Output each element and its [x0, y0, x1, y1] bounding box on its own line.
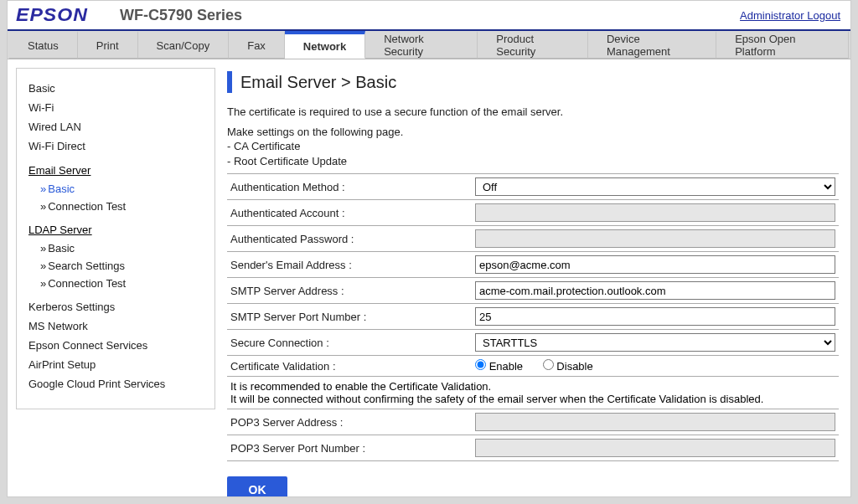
title-accent-bar [227, 71, 232, 93]
sidebar-basic[interactable]: Basic [28, 79, 203, 98]
sidebar-ldap-search[interactable]: Search Settings [28, 257, 203, 275]
sidebar-ms-network[interactable]: MS Network [28, 316, 203, 336]
sidebar-email-server-group[interactable]: Email Server [28, 161, 203, 180]
tab-scancopy[interactable]: Scan/Copy [138, 31, 230, 59]
radio-cert-disable-label[interactable]: Disable [543, 360, 593, 373]
sidebar-airprint[interactable]: AirPrint Setup [28, 355, 203, 374]
sidebar-ldap-conntest[interactable]: Connection Test [28, 275, 203, 292]
sidebar-ldap-basic[interactable]: Basic [28, 239, 203, 257]
page-info-line2: Make settings on the following page. [227, 125, 839, 140]
tab-device-management[interactable]: Device Management [588, 31, 716, 59]
page-info-line3: - CA Certificate [227, 139, 839, 154]
tab-network[interactable]: Network [285, 31, 365, 59]
radio-cert-disable[interactable] [543, 359, 554, 370]
sidebar: Basic Wi-Fi Wired LAN Wi-Fi Direct Email… [8, 59, 224, 496]
tab-epson-open-platform[interactable]: Epson Open Platform [716, 31, 849, 59]
label-auth-account: Authenticated Account : [227, 200, 472, 226]
label-sender-email: Sender's Email Address : [227, 252, 472, 278]
label-smtp-port: SMTP Server Port Number : [227, 304, 472, 330]
tab-print[interactable]: Print [78, 31, 138, 59]
sidebar-google-cloud-print[interactable]: Google Cloud Print Services [28, 374, 203, 393]
label-cert-validation: Certificate Validation : [227, 356, 472, 377]
sidebar-ldap-server-group[interactable]: LDAP Server [28, 220, 203, 239]
settings-form: Authentication Method : Off Authenticate… [227, 173, 839, 461]
sidebar-wifi[interactable]: Wi-Fi [28, 98, 203, 117]
label-pop3-port: POP3 Server Port Number : [227, 435, 472, 461]
input-auth-password [475, 229, 835, 248]
label-auth-method: Authentication Method : [227, 174, 472, 200]
cert-note-line2: It will be connected without confirming … [230, 393, 835, 405]
select-auth-method[interactable]: Off [475, 177, 835, 196]
page-info-line4: - Root Certificate Update [227, 154, 839, 169]
sidebar-wifi-direct[interactable]: Wi-Fi Direct [28, 136, 203, 156]
ok-button[interactable]: OK [227, 476, 287, 496]
sidebar-wired-lan[interactable]: Wired LAN [28, 117, 203, 136]
page-title: Email Server > Basic [240, 73, 396, 92]
tab-fax[interactable]: Fax [229, 31, 285, 59]
input-pop3-address [475, 413, 835, 431]
main-tabs: Status Print Scan/Copy Fax Network Netwo… [8, 31, 850, 59]
label-smtp-address: SMTP Server Address : [227, 278, 472, 304]
radio-cert-enable[interactable] [475, 359, 486, 370]
main-panel: Email Server > Basic The certificate is … [224, 59, 850, 496]
select-secure-conn[interactable]: STARTTLS [475, 333, 835, 352]
sidebar-email-server-basic[interactable]: Basic [28, 180, 203, 198]
input-smtp-address[interactable] [475, 281, 835, 300]
model-name: WF-C5790 Series [120, 7, 242, 24]
sidebar-epson-connect[interactable]: Epson Connect Services [28, 336, 203, 355]
cert-note-line1: It is recommended to enable the Certific… [230, 380, 835, 393]
brand-logo: EPSON [16, 4, 88, 26]
input-pop3-port [475, 439, 835, 457]
sidebar-kerberos[interactable]: Kerberos Settings [28, 297, 203, 316]
tab-product-security[interactable]: Product Security [478, 31, 588, 59]
tab-network-security[interactable]: Network Security [365, 31, 478, 59]
radio-cert-enable-label[interactable]: Enable [475, 360, 523, 373]
top-bar: EPSON WF-C5790 Series Administrator Logo… [8, 1, 850, 31]
tab-status[interactable]: Status [9, 31, 78, 59]
input-sender-email[interactable] [475, 255, 835, 274]
sidebar-email-server-conntest[interactable]: Connection Test [28, 198, 203, 215]
input-smtp-port[interactable] [475, 307, 835, 326]
admin-logout-link[interactable]: Administrator Logout [740, 9, 840, 22]
label-secure-conn: Secure Connection : [227, 330, 472, 356]
label-auth-password: Authenticated Password : [227, 226, 472, 252]
input-auth-account [475, 203, 835, 222]
page-info-line1: The certificate is required to use a sec… [227, 105, 839, 120]
label-pop3-address: POP3 Server Address : [227, 409, 472, 435]
